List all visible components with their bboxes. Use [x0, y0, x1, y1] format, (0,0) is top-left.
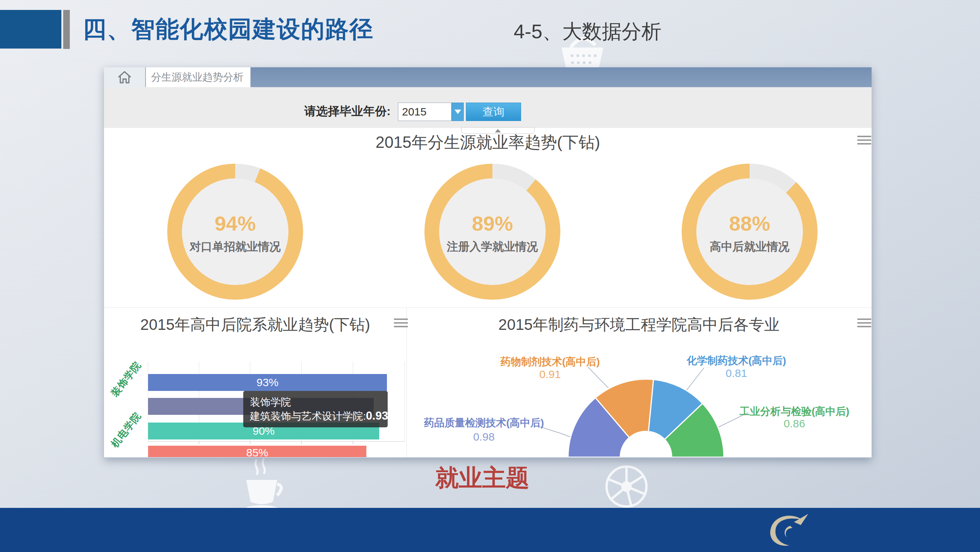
dashboard-window: 分生源就业趋势分析 请选择毕业年份: 查询 2015年分生源就业率趋势(下钻) … [104, 67, 872, 458]
gauge-value: 88% [682, 211, 818, 235]
chart-tooltip: 装饰学院 建筑装饰与艺术设计学院:0.93 [243, 391, 388, 428]
pie-label: 药物制剂技术(高中后) [473, 355, 627, 369]
slide-caption: 就业主题 [386, 462, 579, 494]
home-icon [117, 70, 132, 84]
pie-chart-title: 2015年制药与环境工程学院高中后各专业 [406, 314, 872, 335]
header-accent-bar [63, 10, 70, 49]
tab-label: 分生源就业趋势分析 [151, 70, 243, 84]
query-button[interactable]: 查询 [466, 103, 521, 121]
gauge-gaozhonghou[interactable]: 88% 高中后就业情况 [682, 164, 818, 300]
bar-value-label: 85% [246, 447, 268, 458]
x-axis-line [148, 441, 405, 442]
axis-category-label: 装饰学院 [107, 358, 145, 401]
footer-bar: 常州工程職業技術學院 CHANGZHOU VOCATIONAL INSTITUT… [0, 508, 980, 552]
gauge-chart-title: 2015年分生源就业率趋势(下钻) [104, 132, 872, 153]
pie-chart-menu-icon[interactable] [857, 319, 871, 327]
bar-row-4[interactable]: 85% [148, 446, 366, 457]
pie-label: 药品质量检测技术(高中后) [407, 416, 561, 430]
axis-tick [301, 442, 302, 444]
year-filter-label: 请选择毕业年份: [304, 103, 391, 120]
tabbar-fill [251, 67, 872, 87]
tooltip-category: 装饰学院 [250, 395, 381, 409]
axis-tick [199, 442, 199, 444]
header-accent-block [0, 10, 61, 49]
pie-value: 0.91 [473, 368, 627, 381]
tooltip-series-value: 建筑装饰与艺术设计学院:0.93 [250, 409, 381, 423]
gauge-label: 对口单招就业情况 [167, 239, 303, 254]
gauge-label: 注册入学就业情况 [425, 239, 560, 254]
flower-icon [597, 459, 656, 514]
gauge-chart-menu-icon[interactable] [857, 136, 871, 145]
axis-tick [250, 442, 250, 444]
tooltip-value: 0.93 [366, 409, 388, 422]
home-button[interactable] [104, 67, 145, 87]
axis-tick [353, 442, 353, 444]
pie-value: 0.98 [407, 431, 561, 443]
pie-label: 化学制药技术(高中后) [659, 354, 813, 368]
bar-value-label: 93% [256, 376, 278, 389]
pie-label: 工业分析与检验(高中后) [717, 405, 872, 418]
gauge-value: 89% [425, 211, 560, 235]
gauge-duikou[interactable]: 94% 对口单招就业情况 [167, 164, 303, 300]
tab-employment-trend[interactable]: 分生源就业趋势分析 [145, 67, 251, 87]
coffee-cup-icon [237, 457, 288, 514]
year-dropdown-button[interactable] [452, 103, 464, 121]
gauge-value: 94% [167, 211, 303, 235]
gridline [404, 362, 405, 441]
gauge-zhuce[interactable]: 89% 注册入学就业情况 [425, 164, 560, 300]
panel-divider-horizontal [104, 308, 872, 308]
page-subtitle: 4-5、大数据分析 [514, 18, 662, 45]
slide-background: 四、智能化校园建设的路径 4-5、大数据分析 分生源就业趋势分析 请选择毕业年份… [0, 0, 980, 552]
gauge-label: 高中后就业情况 [682, 239, 818, 254]
bar-chart-title: 2015年高中后院系就业趋势(下钻) [104, 314, 406, 335]
pie-value: 0.86 [717, 417, 872, 430]
institute-logo [765, 512, 811, 547]
half-donut-chart[interactable] [568, 379, 724, 457]
axis-category-label: 机电学院 [107, 408, 145, 451]
chevron-down-icon [455, 110, 461, 114]
pie-value: 0.81 [659, 367, 813, 380]
page-title: 四、智能化校园建设的路径 [83, 13, 374, 45]
bar-row-1[interactable]: 93% [148, 374, 387, 391]
bar-chart-menu-icon[interactable] [394, 319, 408, 327]
year-input[interactable] [398, 103, 452, 121]
